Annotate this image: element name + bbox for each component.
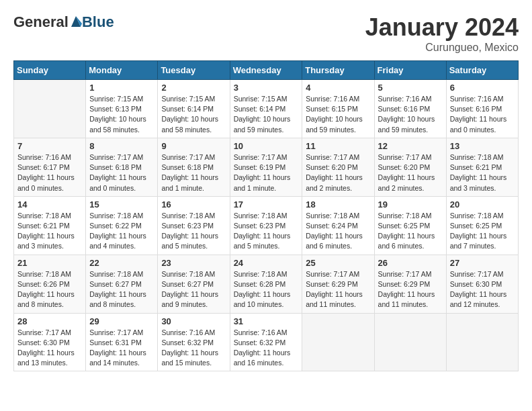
table-cell: 1Sunrise: 7:15 AMSunset: 6:13 PMDaylight…: [86, 80, 158, 138]
table-cell: 29Sunrise: 7:17 AMSunset: 6:31 PMDayligh…: [86, 313, 158, 371]
day-info: Sunrise: 7:18 AMSunset: 6:22 PMDaylight:…: [89, 211, 154, 252]
day-info: Sunrise: 7:18 AMSunset: 6:27 PMDaylight:…: [161, 269, 226, 310]
day-info: Sunrise: 7:17 AMSunset: 6:18 PMDaylight:…: [161, 152, 226, 193]
table-cell: 16Sunrise: 7:18 AMSunset: 6:23 PMDayligh…: [158, 196, 230, 255]
week-row-1: 1Sunrise: 7:15 AMSunset: 6:13 PMDaylight…: [14, 80, 519, 138]
day-info: Sunrise: 7:18 AMSunset: 6:23 PMDaylight:…: [234, 211, 299, 252]
day-number: 1: [89, 83, 154, 93]
day-number: 8: [89, 141, 154, 151]
table-cell: 13Sunrise: 7:18 AMSunset: 6:21 PMDayligh…: [446, 138, 518, 196]
day-number: 27: [450, 258, 515, 268]
day-number: 22: [89, 258, 154, 268]
table-cell: 30Sunrise: 7:16 AMSunset: 6:32 PMDayligh…: [158, 313, 230, 371]
table-cell: 21Sunrise: 7:18 AMSunset: 6:26 PMDayligh…: [14, 255, 86, 313]
month-year-title: January 2024: [365, 13, 519, 42]
day-number: 3: [234, 83, 299, 93]
title-section: January 2024 Curungueo, Mexico: [365, 13, 519, 54]
table-cell: [14, 80, 86, 138]
day-number: 23: [161, 258, 226, 268]
day-info: Sunrise: 7:17 AMSunset: 6:20 PMDaylight:…: [378, 152, 443, 193]
day-info: Sunrise: 7:17 AMSunset: 6:18 PMDaylight:…: [89, 152, 154, 193]
header-saturday: Saturday: [446, 61, 518, 80]
day-number: 26: [378, 258, 443, 268]
day-number: 10: [234, 141, 299, 151]
table-cell: 22Sunrise: 7:18 AMSunset: 6:27 PMDayligh…: [86, 255, 158, 313]
day-number: 28: [17, 316, 82, 326]
header-wednesday: Wednesday: [230, 61, 302, 80]
header-friday: Friday: [374, 61, 446, 80]
location-text: Curungueo, Mexico: [365, 42, 519, 54]
table-cell: 18Sunrise: 7:18 AMSunset: 6:24 PMDayligh…: [302, 196, 374, 255]
table-cell: 10Sunrise: 7:17 AMSunset: 6:19 PMDayligh…: [230, 138, 302, 196]
day-number: 29: [89, 316, 154, 326]
table-cell: 6Sunrise: 7:16 AMSunset: 6:16 PMDaylight…: [446, 80, 518, 138]
day-info: Sunrise: 7:17 AMSunset: 6:29 PMDaylight:…: [306, 269, 370, 310]
day-number: 30: [161, 316, 226, 326]
week-row-2: 7Sunrise: 7:16 AMSunset: 6:17 PMDaylight…: [14, 138, 519, 196]
day-info: Sunrise: 7:15 AMSunset: 6:14 PMDaylight:…: [161, 94, 226, 135]
day-info: Sunrise: 7:17 AMSunset: 6:19 PMDaylight:…: [234, 152, 299, 193]
day-info: Sunrise: 7:17 AMSunset: 6:29 PMDaylight:…: [378, 269, 443, 310]
table-cell: 8Sunrise: 7:17 AMSunset: 6:18 PMDaylight…: [86, 138, 158, 196]
logo: General Blue: [13, 13, 114, 31]
table-cell: 5Sunrise: 7:16 AMSunset: 6:16 PMDaylight…: [374, 80, 446, 138]
table-cell: 12Sunrise: 7:17 AMSunset: 6:20 PMDayligh…: [374, 138, 446, 196]
header: General Blue January 2024 Curungueo, Mex…: [13, 13, 519, 54]
table-cell: 24Sunrise: 7:18 AMSunset: 6:28 PMDayligh…: [230, 255, 302, 313]
day-info: Sunrise: 7:16 AMSunset: 6:17 PMDaylight:…: [17, 152, 82, 193]
table-cell: 2Sunrise: 7:15 AMSunset: 6:14 PMDaylight…: [158, 80, 230, 138]
day-number: 19: [378, 199, 443, 210]
day-number: 14: [17, 199, 82, 210]
table-cell: 14Sunrise: 7:18 AMSunset: 6:21 PMDayligh…: [14, 196, 86, 255]
table-cell: 9Sunrise: 7:17 AMSunset: 6:18 PMDaylight…: [158, 138, 230, 196]
day-info: Sunrise: 7:16 AMSunset: 6:16 PMDaylight:…: [450, 94, 515, 135]
day-info: Sunrise: 7:16 AMSunset: 6:16 PMDaylight:…: [378, 94, 443, 135]
day-number: 21: [17, 258, 82, 268]
table-cell: 26Sunrise: 7:17 AMSunset: 6:29 PMDayligh…: [374, 255, 446, 313]
table-cell: 28Sunrise: 7:17 AMSunset: 6:30 PMDayligh…: [14, 313, 86, 371]
day-info: Sunrise: 7:18 AMSunset: 6:27 PMDaylight:…: [89, 269, 154, 310]
day-number: 11: [306, 141, 370, 151]
table-cell: [446, 313, 518, 371]
table-cell: 4Sunrise: 7:16 AMSunset: 6:15 PMDaylight…: [302, 80, 374, 138]
logo-icon: [70, 13, 82, 28]
day-info: Sunrise: 7:17 AMSunset: 6:30 PMDaylight:…: [450, 269, 515, 310]
table-cell: 31Sunrise: 7:16 AMSunset: 6:32 PMDayligh…: [230, 313, 302, 371]
day-info: Sunrise: 7:18 AMSunset: 6:21 PMDaylight:…: [450, 152, 515, 193]
day-info: Sunrise: 7:18 AMSunset: 6:25 PMDaylight:…: [450, 211, 515, 252]
day-info: Sunrise: 7:16 AMSunset: 6:32 PMDaylight:…: [161, 328, 226, 369]
table-cell: 17Sunrise: 7:18 AMSunset: 6:23 PMDayligh…: [230, 196, 302, 255]
day-number: 12: [378, 141, 443, 151]
day-info: Sunrise: 7:18 AMSunset: 6:23 PMDaylight:…: [161, 211, 226, 252]
week-row-4: 21Sunrise: 7:18 AMSunset: 6:26 PMDayligh…: [14, 255, 519, 313]
day-info: Sunrise: 7:15 AMSunset: 6:13 PMDaylight:…: [89, 94, 154, 135]
day-info: Sunrise: 7:16 AMSunset: 6:32 PMDaylight:…: [234, 328, 299, 369]
day-number: 20: [450, 199, 515, 210]
table-cell: 20Sunrise: 7:18 AMSunset: 6:25 PMDayligh…: [446, 196, 518, 255]
table-cell: 25Sunrise: 7:17 AMSunset: 6:29 PMDayligh…: [302, 255, 374, 313]
logo-blue-text: Blue: [82, 13, 114, 31]
table-cell: 7Sunrise: 7:16 AMSunset: 6:17 PMDaylight…: [14, 138, 86, 196]
day-number: 15: [89, 199, 154, 210]
day-info: Sunrise: 7:18 AMSunset: 6:28 PMDaylight:…: [234, 269, 299, 310]
table-cell: [302, 313, 374, 371]
day-number: 25: [306, 258, 370, 268]
day-info: Sunrise: 7:15 AMSunset: 6:14 PMDaylight:…: [234, 94, 299, 135]
header-monday: Monday: [86, 61, 158, 80]
day-number: 5: [378, 83, 443, 93]
calendar-table: Sunday Monday Tuesday Wednesday Thursday…: [13, 60, 519, 371]
day-number: 31: [234, 316, 299, 326]
day-info: Sunrise: 7:17 AMSunset: 6:30 PMDaylight:…: [17, 328, 82, 369]
day-info: Sunrise: 7:18 AMSunset: 6:25 PMDaylight:…: [378, 211, 443, 252]
table-cell: 27Sunrise: 7:17 AMSunset: 6:30 PMDayligh…: [446, 255, 518, 313]
day-number: 18: [306, 199, 370, 210]
day-info: Sunrise: 7:16 AMSunset: 6:15 PMDaylight:…: [306, 94, 370, 135]
day-number: 13: [450, 141, 515, 151]
day-number: 17: [234, 199, 299, 210]
day-info: Sunrise: 7:17 AMSunset: 6:20 PMDaylight:…: [306, 152, 370, 193]
day-number: 9: [161, 141, 226, 151]
table-cell: 3Sunrise: 7:15 AMSunset: 6:14 PMDaylight…: [230, 80, 302, 138]
header-thursday: Thursday: [302, 61, 374, 80]
day-info: Sunrise: 7:18 AMSunset: 6:21 PMDaylight:…: [17, 211, 82, 252]
day-info: Sunrise: 7:18 AMSunset: 6:24 PMDaylight:…: [306, 211, 370, 252]
